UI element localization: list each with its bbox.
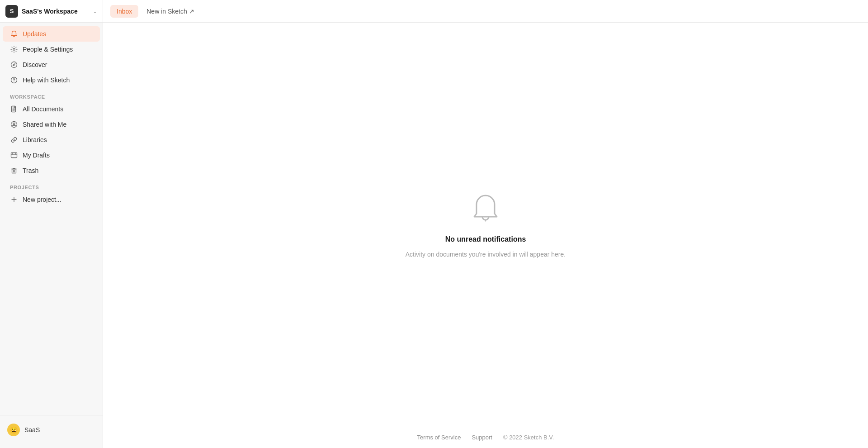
bell-icon xyxy=(10,30,18,38)
main-layout: Updates People & Settings Discover xyxy=(0,23,868,448)
content-area: No unread notifications Activity on docu… xyxy=(103,23,868,448)
user-profile[interactable]: 😀 SaaS xyxy=(0,420,103,440)
sidebar: Updates People & Settings Discover xyxy=(0,23,103,448)
compass-icon xyxy=(10,61,18,69)
support-link[interactable]: Support xyxy=(472,434,492,441)
user-name: SaaS xyxy=(24,426,40,434)
content-main: No unread notifications Activity on docu… xyxy=(103,23,868,427)
sidebar-item-shared-with-me[interactable]: Shared with Me xyxy=(3,117,100,132)
link-icon xyxy=(10,136,18,144)
top-tabs: Inbox New in Sketch ↗ xyxy=(103,0,208,22)
chevron-down-icon: ⌄ xyxy=(93,8,97,14)
svg-point-0 xyxy=(13,48,15,50)
sidebar-item-people-settings[interactable]: People & Settings xyxy=(3,42,100,57)
sidebar-item-updates[interactable]: Updates xyxy=(3,26,100,42)
svg-point-6 xyxy=(13,123,15,125)
drafts-icon xyxy=(10,151,18,159)
help-circle-icon xyxy=(10,76,18,84)
person-circle-icon xyxy=(10,120,18,129)
svg-point-9 xyxy=(485,220,486,221)
sidebar-item-my-drafts[interactable]: My Drafts xyxy=(3,148,100,163)
terms-of-service-link[interactable]: Terms of Service xyxy=(417,434,461,441)
copyright-text: © 2022 Sketch B.V. xyxy=(503,434,554,441)
projects-section-label: PROJECTS xyxy=(0,178,103,192)
empty-state-subtitle: Activity on documents you're involved in… xyxy=(406,251,566,258)
document-icon xyxy=(10,105,18,113)
workspace-section-label: WORKSPACE xyxy=(0,88,103,101)
svg-rect-7 xyxy=(11,153,17,158)
tab-new-in-sketch[interactable]: New in Sketch ↗ xyxy=(140,5,200,18)
svg-point-1 xyxy=(11,62,17,68)
svg-rect-8 xyxy=(12,169,16,173)
workspace-avatar: S xyxy=(5,5,18,18)
avatar: 😀 xyxy=(7,424,20,436)
sidebar-item-new-project[interactable]: New project... xyxy=(3,192,100,207)
svg-point-3 xyxy=(14,81,14,81)
footer: Terms of Service Support © 2022 Sketch B… xyxy=(103,427,868,448)
empty-state-icon xyxy=(469,192,502,224)
sidebar-bottom: 😀 SaaS xyxy=(0,415,103,444)
top-bar: S SaaS's Workspace ⌄ Inbox New in Sketch… xyxy=(0,0,868,23)
tab-inbox[interactable]: Inbox xyxy=(110,5,138,18)
plus-icon xyxy=(10,195,18,204)
sidebar-item-all-documents[interactable]: All Documents xyxy=(3,101,100,117)
sidebar-item-libraries[interactable]: Libraries xyxy=(3,132,100,148)
sidebar-item-discover[interactable]: Discover xyxy=(3,57,100,72)
sidebar-item-help-with-sketch[interactable]: Help with Sketch xyxy=(3,72,100,88)
gear-icon xyxy=(10,45,18,53)
workspace-header[interactable]: S SaaS's Workspace ⌄ xyxy=(0,0,103,22)
trash-icon xyxy=(10,167,18,175)
workspace-name: SaaS's Workspace xyxy=(22,8,89,15)
empty-state-title: No unread notifications xyxy=(445,235,526,243)
sidebar-item-trash[interactable]: Trash xyxy=(3,163,100,178)
